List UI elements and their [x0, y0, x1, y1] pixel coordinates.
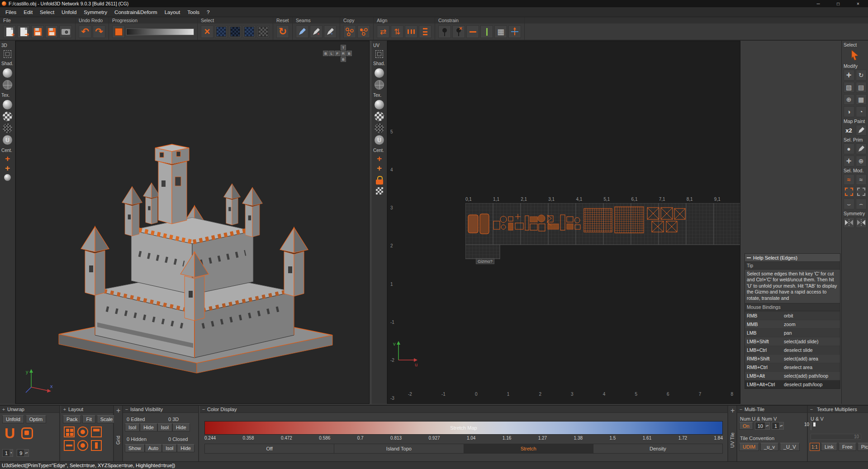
- menu-item[interactable]: Layout: [161, 7, 184, 17]
- island-show-button[interactable]: Show: [125, 444, 145, 452]
- selection-mask-icon[interactable]: [229, 25, 242, 38]
- view-cube[interactable]: T B L F R B B: [323, 45, 352, 62]
- pack-island-icon[interactable]: [21, 427, 33, 439]
- seam-pencil-icon[interactable]: +: [324, 25, 337, 38]
- unfold-u-icon[interactable]: U: [5, 426, 15, 440]
- free-button[interactable]: Free: [839, 443, 856, 451]
- menu-item[interactable]: Tools: [184, 7, 203, 17]
- viewport-3d[interactable]: T B L F R B B y x: [15, 41, 370, 404]
- selection-mask-icon[interactable]: [243, 25, 256, 38]
- orient-horizontal-icon[interactable]: [91, 426, 102, 437]
- marquee-select-icon[interactable]: [844, 186, 854, 197]
- screenshot-icon[interactable]: [59, 25, 72, 38]
- maximize-button[interactable]: □: [828, 0, 848, 7]
- island-visibility-button[interactable]: Hide: [140, 423, 157, 431]
- unfold-button[interactable]: Unfold: [2, 415, 24, 423]
- paste-uv-icon[interactable]: [357, 25, 370, 38]
- expand-icon[interactable]: +: [116, 407, 120, 415]
- fit-circle2-icon[interactable]: [77, 440, 88, 451]
- mirror-alt-icon[interactable]: [856, 217, 867, 228]
- slider-handle[interactable]: [813, 422, 816, 426]
- help-panel-header[interactable]: Help Select (Edges): [745, 254, 840, 261]
- seam-erase-icon[interactable]: ×: [310, 25, 323, 38]
- sphere-wireframe-icon[interactable]: [3, 80, 12, 90]
- scale-tool-icon[interactable]: ▧: [844, 82, 854, 93]
- mirror-icon[interactable]: [844, 217, 854, 228]
- expand-icon[interactable]: +: [730, 407, 734, 415]
- sphere-shaded-icon[interactable]: [3, 68, 12, 78]
- move-tool-icon[interactable]: [844, 70, 854, 81]
- dropdown-arrow-icon[interactable]: ▾: [9, 450, 13, 456]
- texture-u-slider[interactable]: 10: [811, 422, 811, 430]
- select-add-icon[interactable]: [844, 156, 854, 166]
- link-button[interactable]: Link: [821, 443, 837, 451]
- menu-item[interactable]: Edit: [20, 7, 36, 17]
- map-paint-x2[interactable]: x2: [844, 125, 854, 136]
- sphere-wireframe-icon[interactable]: [375, 80, 384, 90]
- viewport-divider[interactable]: [370, 41, 372, 404]
- pack-grid-icon[interactable]: [64, 426, 75, 437]
- gizmo-cross-icon[interactable]: [508, 25, 521, 38]
- collapse-icon[interactable]: [747, 257, 751, 258]
- checker-display-icon[interactable]: [376, 187, 383, 194]
- pic-button[interactable]: Pic: [858, 443, 868, 451]
- menu-item[interactable]: Files: [2, 7, 20, 17]
- texture-uv-icon[interactable]: [375, 135, 384, 145]
- clear-selection-icon[interactable]: [201, 25, 213, 38]
- save-icon[interactable]: [31, 25, 44, 38]
- marquee-select-off-icon[interactable]: [856, 186, 867, 197]
- mode-stretch-button[interactable]: Stretch: [464, 444, 593, 454]
- island-visibility-button[interactable]: Hide: [172, 423, 190, 431]
- uv-select-mode-icon[interactable]: [375, 50, 383, 58]
- bend-tool-icon[interactable]: ◑: [844, 106, 854, 117]
- open-file-icon[interactable]: ➜: [17, 25, 30, 38]
- island-visibility-button[interactable]: Isol: [157, 423, 172, 431]
- scale-button[interactable]: Scale: [97, 415, 117, 423]
- spinner-arrows-icon[interactable]: ▴▾: [779, 422, 783, 429]
- select-point-icon[interactable]: ●: [844, 143, 854, 154]
- view-cube-face[interactable]: B: [346, 51, 352, 56]
- spinner-arrows-icon[interactable]: ▴▾: [765, 422, 769, 429]
- texture-dark-checker-icon[interactable]: [3, 123, 12, 133]
- mode-island-topo-button[interactable]: Island Topo: [334, 444, 464, 454]
- mode-density-button[interactable]: Density: [593, 444, 723, 454]
- island-visibility-button[interactable]: Isol: [125, 423, 140, 431]
- udim-button[interactable]: UDIM: [739, 443, 759, 451]
- island-show-button[interactable]: Auto: [145, 444, 162, 452]
- center-sphere-icon[interactable]: [4, 174, 11, 181]
- island-show-button[interactable]: Isol: [162, 444, 177, 452]
- collapse-icon[interactable]: +: [63, 407, 66, 412]
- texture-checker-icon[interactable]: [375, 112, 384, 121]
- new-file-icon[interactable]: +: [3, 25, 16, 38]
- 3d-select-mode-icon[interactable]: [4, 50, 11, 58]
- rotate-tool-icon[interactable]: [856, 70, 867, 81]
- center-pivot-icon[interactable]: [5, 155, 10, 162]
- close-button[interactable]: ×: [848, 0, 868, 7]
- island-show-button[interactable]: Hide: [177, 444, 194, 452]
- select-brush-icon[interactable]: [856, 143, 867, 154]
- grid-snap-icon[interactable]: [494, 25, 507, 38]
- pack-button[interactable]: Pack: [63, 415, 81, 423]
- lock-icon[interactable]: [375, 176, 384, 185]
- selection-mask-icon[interactable]: [215, 25, 228, 38]
- menu-item[interactable]: Unfold: [58, 7, 80, 17]
- view-cube-face[interactable]: L: [329, 51, 334, 56]
- arc-select-icon[interactable]: ⌣: [844, 199, 854, 209]
- view-cube-face[interactable]: B: [323, 51, 328, 56]
- collapse-icon[interactable]: −: [810, 407, 813, 412]
- grid-deform-icon[interactable]: [856, 94, 867, 105]
- copy-uv-icon[interactable]: [343, 25, 356, 38]
- num-v-spinner[interactable]: 1 ▴▾: [772, 422, 784, 430]
- center-selection-icon[interactable]: [5, 165, 10, 172]
- spinner-arrows-icon[interactable]: ▴▾: [24, 450, 28, 456]
- redo-icon[interactable]: [93, 25, 105, 38]
- menu-item[interactable]: Select: [36, 7, 58, 17]
- mode-off-button[interactable]: Off: [204, 444, 334, 454]
- unwrap-iterations-spinner[interactable]: 9 ▴▾: [17, 449, 29, 457]
- stop-icon[interactable]: [112, 25, 125, 38]
- align-middle-icon[interactable]: [64, 440, 75, 451]
- soft-selection-off-icon[interactable]: ≈: [856, 174, 867, 185]
- fit-button[interactable]: Fit: [82, 415, 95, 423]
- horizontal-constraint-icon[interactable]: [466, 25, 479, 38]
- multi-tile-on-button[interactable]: On: [739, 422, 753, 430]
